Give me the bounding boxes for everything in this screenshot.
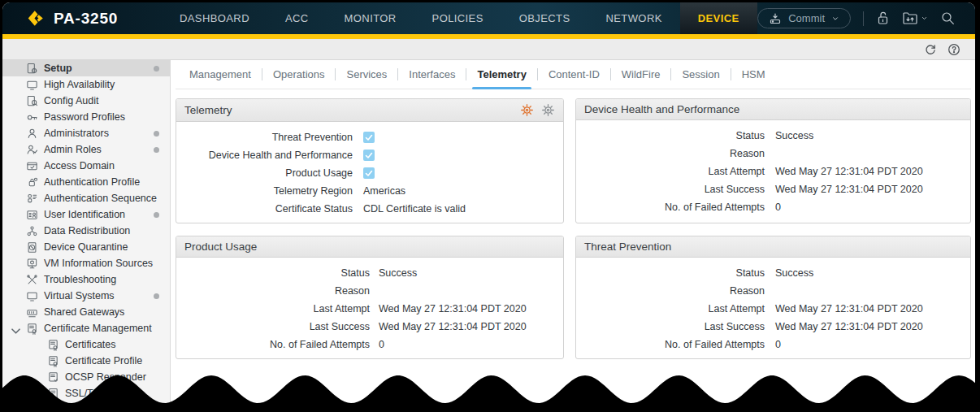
tab-interfaces[interactable]: Interfaces xyxy=(398,60,466,89)
help-icon[interactable] xyxy=(947,43,960,56)
sidebar-item-label: User Identification xyxy=(44,209,125,220)
sidebar-item-vm-information-sources[interactable]: VM Information Sources xyxy=(2,255,170,271)
brand: PA-3250 xyxy=(2,2,162,34)
vsys-dot xyxy=(154,293,159,299)
sidebar-item-certificate-management[interactable]: Certificate Management xyxy=(2,320,170,336)
data-redistribution-icon xyxy=(28,226,37,235)
panel-telemetry: Telemetry Threat Prevention Device Healt xyxy=(176,98,564,223)
vsys-dot xyxy=(154,66,159,72)
field-label: Reason xyxy=(576,148,775,159)
field-label: Last Attempt xyxy=(576,303,775,314)
sidebar-item-label: Troubleshooting xyxy=(44,274,116,285)
commit-button[interactable]: Commit xyxy=(757,8,851,28)
field-label: Status xyxy=(576,267,775,279)
sidebar-item-certificate-profile[interactable]: Certificate Profile xyxy=(2,353,170,369)
field-row: Product Usage xyxy=(176,164,563,182)
tab-services[interactable]: Services xyxy=(336,60,397,89)
vsys-dot xyxy=(154,147,159,153)
field-row: Device Health and Performance xyxy=(176,146,563,164)
nav-tab-device[interactable]: DEVICE xyxy=(680,2,757,34)
sidebar-item-config-audit[interactable]: Config Audit xyxy=(2,93,170,109)
nav-tab-monitor[interactable]: MONITOR xyxy=(327,2,414,34)
field-row: Certificate Status CDL Certificate is va… xyxy=(176,200,563,218)
field-label: Last Success xyxy=(576,321,775,332)
password-profiles-icon xyxy=(28,115,37,119)
sidebar-item-label: Access Domain xyxy=(44,160,115,171)
sidebar-item-label: High Availability xyxy=(44,79,115,90)
config-operations-button[interactable] xyxy=(902,11,928,26)
status-value: Success xyxy=(775,267,813,279)
torn-edge-wave xyxy=(0,370,980,412)
tab-telemetry[interactable]: Telemetry xyxy=(466,60,536,89)
nav-tab-objects[interactable]: OBJECTS xyxy=(501,2,588,34)
sidebar-item-device-quarantine[interactable]: Device Quarantine xyxy=(2,239,170,255)
troubleshooting-icon xyxy=(28,275,37,283)
certificates-icon xyxy=(50,340,57,350)
sidebar-item-high-availability[interactable]: High Availability xyxy=(2,76,170,93)
sidebar-item-label: Authentication Sequence xyxy=(44,193,157,204)
sidebar-item-virtual-systems[interactable]: Virtual Systems xyxy=(2,288,170,304)
field-value: Wed May 27 12:31:04 PDT 2020 xyxy=(775,184,923,195)
field-label: Last Attempt xyxy=(576,166,775,177)
sidebar-item-password-profiles[interactable]: Password Profiles xyxy=(2,109,170,125)
field-value: Wed May 27 12:31:04 PDT 2020 xyxy=(775,166,923,177)
sidebar-item-data-redistribution[interactable]: Data Redistribution xyxy=(2,223,170,239)
sidebar-item-certificates[interactable]: Certificates xyxy=(2,336,170,353)
threat-prevention-checkbox[interactable] xyxy=(363,132,375,143)
chevron-down-icon xyxy=(831,15,839,22)
certificate-management-icon xyxy=(28,323,36,334)
product-usage-checkbox[interactable] xyxy=(363,167,375,179)
field-value: Americas xyxy=(363,185,405,197)
field-label: No. of Failed Attempts xyxy=(576,339,775,350)
nav-actions: Commit xyxy=(757,2,975,34)
nav-tab-policies[interactable]: POLICIES xyxy=(414,2,501,34)
tab-management[interactable]: Management xyxy=(179,60,262,89)
search-icon[interactable] xyxy=(940,11,956,26)
field-value: Wed May 27 12:31:04 PDT 2020 xyxy=(379,321,527,332)
tab-wildfire[interactable]: WildFire xyxy=(611,60,671,89)
device-health-checkbox[interactable] xyxy=(363,150,375,161)
sidebar-item-administrators[interactable]: Administrators xyxy=(2,125,170,141)
sidebar-item-label: Setup xyxy=(44,63,72,74)
sidebar-item-setup[interactable]: Setup xyxy=(2,60,170,76)
sidebar-item-label: Device Quarantine xyxy=(44,241,128,253)
setup-icon xyxy=(28,63,37,72)
field-label: No. of Failed Attempts xyxy=(576,202,775,213)
device-model-title: PA-3250 xyxy=(54,10,118,28)
tab-operations[interactable]: Operations xyxy=(262,60,336,89)
nav-tab-network[interactable]: NETWORK xyxy=(588,2,680,34)
tab-hsm[interactable]: HSM xyxy=(731,60,776,89)
sidebar-item-shared-gateways[interactable]: Shared Gateways xyxy=(2,304,170,320)
sidebar-item-authentication-sequence[interactable]: Authentication Sequence xyxy=(2,190,170,206)
commit-button-label: Commit xyxy=(788,12,825,24)
high-availability-icon xyxy=(28,81,37,89)
setup-tabs: Management Operations Services Interface… xyxy=(176,60,971,89)
access-domain-icon xyxy=(28,163,37,169)
refresh-icon[interactable] xyxy=(924,43,937,56)
field-label: Certificate Status xyxy=(176,203,363,215)
field-row: Last AttemptWed May 27 12:31:04 PDT 2020 xyxy=(576,163,970,180)
field-row: Last SuccessWed May 27 12:31:04 PDT 2020 xyxy=(576,180,970,198)
sidebar-item-troubleshooting[interactable]: Troubleshooting xyxy=(2,271,170,288)
unlock-icon[interactable] xyxy=(876,11,890,26)
nav-tab-acc[interactable]: ACC xyxy=(267,2,327,34)
field-row: Telemetry Region Americas xyxy=(176,182,563,200)
sidebar-item-admin-roles[interactable]: Admin Roles xyxy=(2,141,170,158)
sidebar-item-access-domain[interactable]: Access Domain xyxy=(2,158,170,174)
field-row: Reason xyxy=(576,145,970,163)
telemetry-settings-gear-icon[interactable] xyxy=(520,103,534,117)
sidebar-item-label: Virtual Systems xyxy=(44,290,115,301)
panel-title: Telemetry xyxy=(184,104,232,116)
chevron-down-icon[interactable] xyxy=(10,325,22,337)
gear-icon[interactable] xyxy=(541,103,555,117)
field-value: Wed May 27 12:31:04 PDT 2020 xyxy=(775,321,923,332)
field-label: Reason xyxy=(176,285,379,297)
admin-roles-icon xyxy=(28,145,37,154)
sidebar-item-authentication-profile[interactable]: Authentication Profile xyxy=(2,174,170,190)
tab-session[interactable]: Session xyxy=(671,60,730,89)
tab-content-id[interactable]: Content-ID xyxy=(538,60,610,89)
nav-tab-dashboard[interactable]: DASHBOARD xyxy=(162,2,267,34)
field-value: 0 xyxy=(775,202,781,213)
field-label: Reason xyxy=(576,285,775,297)
sidebar-item-user-identification[interactable]: User Identification xyxy=(2,206,170,223)
